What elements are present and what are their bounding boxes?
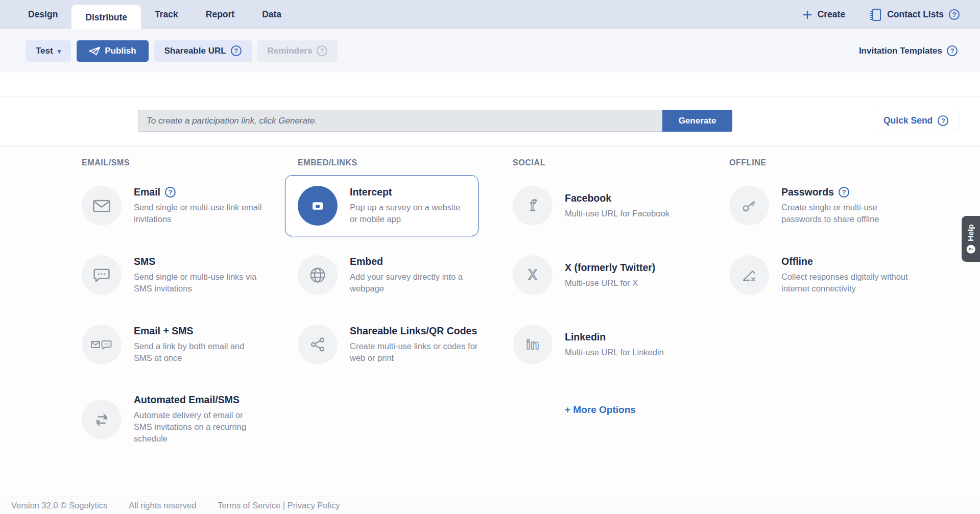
invitation-templates-link[interactable]: Invitation Templates ? [859, 29, 958, 72]
create-button[interactable]: Create [802, 9, 845, 20]
option-desc: Send single or multi-use link email invi… [134, 202, 263, 225]
option-passwords[interactable]: Passwords ? Create single or multi-use p… [729, 186, 918, 226]
legal-separator: | [283, 501, 285, 510]
divider [0, 96, 980, 97]
option-title: Shareable Links/QR Codes [350, 325, 477, 337]
column-header: EMBED/LINKS [298, 158, 513, 167]
option-title: X (formerly Twitter) [565, 262, 655, 274]
option-shareable-links-qr[interactable]: Shareable Links/QR Codes Create multi-us… [298, 325, 487, 364]
sms-icon [82, 255, 122, 295]
email-help-icon[interactable]: ? [165, 187, 176, 198]
option-facebook[interactable]: f Facebook Multi-use URL for Facebook [513, 186, 702, 226]
option-desc: Add your survey directly into a webpage [350, 271, 479, 295]
help-question-icon: ? [967, 245, 975, 254]
shareable-url-label: Shareable URL [164, 46, 226, 56]
nav-tabs: Design Distribute Track Report Data [14, 0, 295, 29]
option-title: Email + SMS [134, 325, 194, 337]
help-tab[interactable]: ? Help [962, 216, 980, 262]
distribution-options-grid: EMAIL/SMS Email ? Send single or multi-u… [0, 145, 980, 497]
tab-distribute[interactable]: Distribute [71, 5, 141, 29]
share-icon [298, 325, 338, 364]
option-desc: Multi-use URL for Linkedin [565, 347, 664, 358]
column-header: EMAIL/SMS [82, 158, 298, 167]
svg-text:in: in [526, 338, 539, 352]
option-desc: Send a link by both email and SMS at onc… [134, 340, 263, 364]
option-desc: Send single or multi-use links via SMS i… [134, 271, 263, 295]
email-icon [82, 186, 122, 226]
plus-icon [802, 10, 812, 20]
option-desc: Create multi-use links or codes for web … [350, 340, 479, 364]
terms-of-service-link[interactable]: Terms of Service [218, 501, 280, 510]
publish-button[interactable]: Publish [77, 40, 148, 62]
recurring-arrows-icon [82, 400, 122, 439]
option-title: Automated Email/SMS [134, 394, 240, 406]
option-sms[interactable]: SMS Send single or multi-use links via S… [82, 255, 271, 295]
option-desc: Collect responses digitally without inte… [781, 271, 911, 295]
reminders-button: Reminders ? [257, 40, 338, 62]
contact-list-book-icon [869, 8, 882, 22]
column-header: SOCIAL [513, 158, 729, 167]
offline-icon [729, 255, 769, 295]
rights-text: All rights reserved [129, 501, 196, 510]
option-linkedin[interactable]: in Linkedin Multi-use URL for Linkedin [513, 325, 702, 364]
privacy-policy-link[interactable]: Privacy Policy [288, 501, 340, 510]
tab-design[interactable]: Design [14, 0, 71, 29]
facebook-icon: f [513, 186, 553, 226]
email-plus-sms-icon [82, 325, 122, 364]
option-title: Offline [781, 256, 813, 267]
test-label: Test [36, 46, 53, 56]
option-x-twitter[interactable]: X X (formerly Twitter) Multi-use URL for… [513, 255, 702, 295]
option-title: Embed [350, 256, 383, 267]
option-desc: Multi-use URL for X [565, 277, 655, 289]
shareable-url-button[interactable]: Shareable URL ? [154, 40, 252, 62]
option-desc: Pop up a survey on a website or mobile a… [350, 202, 466, 225]
legal-links: Terms of Service | Privacy Policy [218, 501, 340, 510]
quick-send-help-icon[interactable]: ? [938, 115, 948, 126]
x-twitter-icon: X [513, 255, 553, 295]
create-label: Create [818, 9, 845, 20]
option-title: Facebook [565, 192, 611, 204]
option-title: Linkedin [565, 331, 606, 343]
globe-icon [298, 255, 338, 295]
option-title: Passwords [781, 186, 834, 198]
column-header: OFFLINE [729, 158, 944, 167]
tab-report[interactable]: Report [192, 0, 248, 29]
distribute-toolbar: Test ▾ Publish Shareable URL ? Reminders… [0, 29, 980, 72]
svg-text:f: f [530, 197, 536, 214]
svg-text:X: X [528, 267, 537, 283]
generate-button[interactable]: Generate [662, 110, 732, 132]
contact-lists-help-icon[interactable]: ? [949, 9, 960, 20]
tab-track[interactable]: Track [141, 0, 192, 29]
version-text: Version 32.0 © Sogolytics [11, 501, 107, 510]
option-intercept[interactable]: Intercept Pop up a survey on a website o… [285, 175, 479, 236]
help-label: Help [966, 224, 975, 241]
option-offline[interactable]: Offline Collect responses digitally with… [729, 255, 918, 295]
option-email-sms[interactable]: Email + SMS Send a link by both email an… [82, 325, 271, 364]
shareable-url-help-icon[interactable]: ? [231, 45, 242, 56]
invitation-templates-help-icon[interactable]: ? [947, 45, 958, 56]
tab-data[interactable]: Data [248, 0, 295, 29]
test-dropdown[interactable]: Test ▾ [26, 40, 71, 62]
contact-lists-label: Contact Lists [887, 9, 944, 20]
option-desc: Multi-use URL for Facebook [565, 208, 670, 219]
quick-send-button[interactable]: Quick Send ? [873, 110, 959, 131]
generate-section: Generate Quick Send ? [0, 72, 980, 145]
column-offline: OFFLINE Passwords ? Create single or mul… [729, 158, 944, 497]
send-icon [89, 46, 100, 56]
column-email-sms: EMAIL/SMS Email ? Send single or multi-u… [82, 158, 298, 497]
option-embed[interactable]: Embed Add your survey directly into a we… [298, 255, 487, 295]
participation-link-input[interactable] [138, 110, 662, 132]
more-options-link[interactable]: + More Options [565, 404, 636, 415]
option-email[interactable]: Email ? Send single or multi-use link em… [82, 186, 271, 226]
invitation-templates-label: Invitation Templates [859, 46, 942, 56]
option-title: SMS [134, 256, 155, 267]
option-desc: Create single or multi-use passwords to … [781, 202, 911, 225]
reminders-help-icon: ? [317, 45, 327, 56]
option-automated-email-sms[interactable]: Automated Email/SMS Automate delivery of… [82, 394, 271, 445]
linkedin-icon: in [513, 325, 553, 364]
footer: Version 32.0 © Sogolytics All rights res… [0, 497, 980, 514]
passwords-help-icon[interactable]: ? [839, 187, 849, 198]
column-embed-links: EMBED/LINKS Intercept Pop up a survey on… [298, 158, 513, 497]
reminders-label: Reminders [268, 46, 313, 56]
contact-lists-button[interactable]: Contact Lists ? [869, 8, 960, 22]
